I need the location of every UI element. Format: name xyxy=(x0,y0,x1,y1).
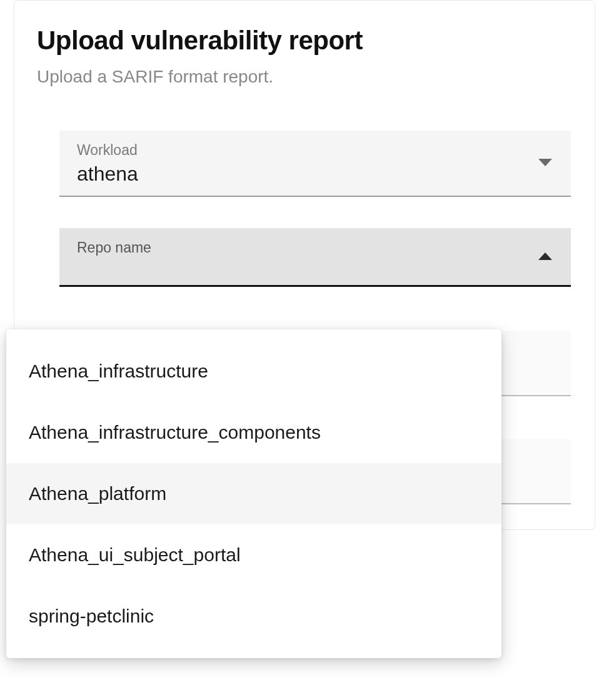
form-fields: Workload athena Repo name xyxy=(59,131,571,287)
chevron-down-icon xyxy=(538,159,552,168)
workload-value: athena xyxy=(77,162,553,186)
repo-option[interactable]: Athena_infrastructure xyxy=(6,341,501,402)
workload-label: Workload xyxy=(77,142,553,159)
page-title: Upload vulnerability report xyxy=(37,26,572,56)
chevron-up-icon xyxy=(538,252,552,261)
page-subtitle: Upload a SARIF format report. xyxy=(37,67,572,87)
repo-option[interactable]: Athena_platform xyxy=(6,463,501,524)
repo-select[interactable]: Repo name xyxy=(59,228,571,287)
workload-select[interactable]: Workload athena xyxy=(59,131,571,197)
repo-option[interactable]: spring-petclinic xyxy=(6,586,501,647)
repo-option[interactable]: Athena_ui_subject_portal xyxy=(6,524,501,586)
repo-label: Repo name xyxy=(77,239,553,256)
repo-option[interactable]: Athena_infrastructure_components xyxy=(6,402,501,463)
repo-dropdown-menu: Athena_infrastructure Athena_infrastruct… xyxy=(6,329,501,658)
